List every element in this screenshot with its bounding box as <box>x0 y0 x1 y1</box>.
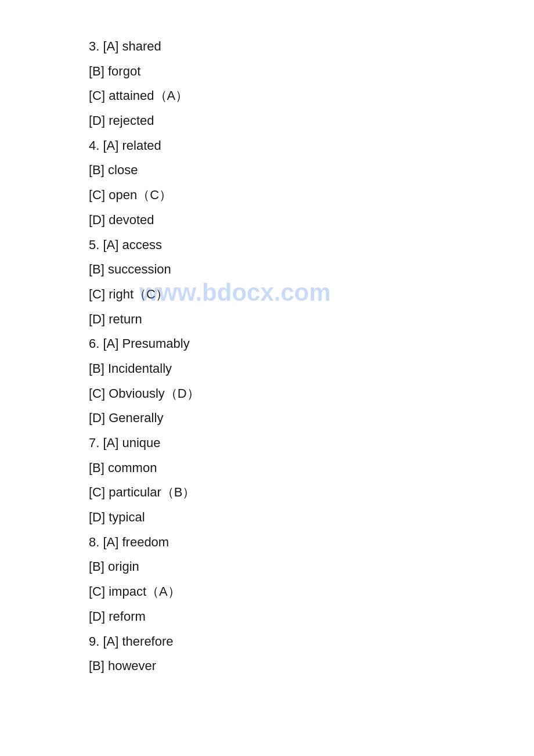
main-content: 3. [A] shared[B] forgot[C] attained（A）[D… <box>0 0 534 714</box>
list-item: [C] impact（A） <box>89 580 534 604</box>
list-item: 4. [A] related <box>89 134 534 158</box>
list-item: [B] origin <box>89 555 534 579</box>
list-item: 7. [A] unique <box>89 431 534 455</box>
list-item: [C] right（C） <box>89 283 534 307</box>
list-item: [D] rejected <box>89 109 534 133</box>
list-item: [D] devoted <box>89 208 534 232</box>
list-item: [B] common <box>89 456 534 480</box>
list-item: 9. [A] therefore <box>89 630 534 654</box>
list-item: 6. [A] Presumably <box>89 332 534 356</box>
list-item: [D] Generally <box>89 406 534 430</box>
list-item: 5. [A] access <box>89 233 534 257</box>
list-item: [D] typical <box>89 506 534 530</box>
list-item: [D] return <box>89 308 534 332</box>
list-item: [C] open（C） <box>89 183 534 207</box>
list-item: [D] reform <box>89 605 534 629</box>
list-item: [B] forgot <box>89 60 534 84</box>
list-item: [C] particular（B） <box>89 481 534 505</box>
list-item: 3. [A] shared <box>89 35 534 59</box>
list-item: [B] close <box>89 159 534 182</box>
list-item: [B] Incidentally <box>89 357 534 381</box>
list-item: [B] succession <box>89 258 534 282</box>
list-item: [B] however <box>89 654 534 678</box>
list-item: 8. [A] freedom <box>89 531 534 555</box>
list-item: [C] Obviously（D） <box>89 382 534 406</box>
list-item: [C] attained（A） <box>89 84 534 108</box>
